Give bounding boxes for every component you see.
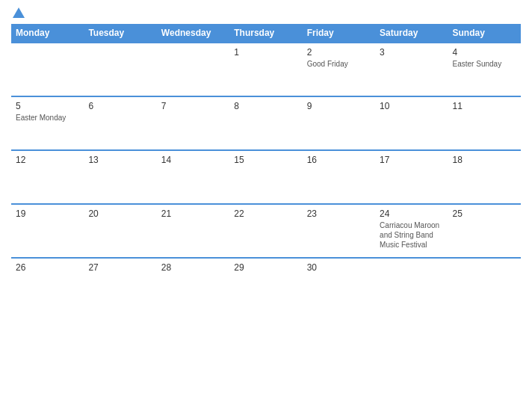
day-number: 13: [88, 155, 152, 165]
day-number: 27: [88, 262, 152, 273]
calendar-cell: 18: [448, 150, 521, 204]
calendar-cell: 9: [303, 96, 375, 150]
calendar-cell: 26: [11, 258, 84, 312]
day-number: 28: [161, 262, 225, 273]
calendar-cell: 29: [229, 258, 302, 312]
day-number: 2: [307, 47, 371, 58]
weekday-header-monday: Monday: [11, 24, 84, 43]
calendar-cell: 17: [375, 150, 448, 204]
weekday-header-sunday: Sunday: [448, 24, 521, 43]
event-label: Easter Monday: [16, 113, 79, 123]
day-number: 6: [88, 101, 152, 111]
calendar-cell: [84, 43, 156, 96]
calendar-cell: 19: [11, 204, 84, 258]
calendar-cell: 4Easter Sunday: [448, 43, 521, 96]
day-number: 1: [234, 47, 297, 58]
calendar-cell: 22: [229, 204, 302, 258]
calendar-cell: 25: [448, 204, 521, 258]
day-number: 30: [307, 262, 371, 273]
day-number: 26: [16, 262, 79, 273]
calendar-cell: 6: [84, 96, 156, 150]
calendar-cell: [11, 43, 84, 96]
calendar-cell: 12: [11, 150, 84, 204]
calendar-cell: 27: [84, 258, 156, 312]
calendar-cell: 21: [157, 204, 229, 258]
calendar-cell: 2Good Friday: [303, 43, 375, 96]
day-number: 10: [380, 101, 443, 111]
page-header: [11, 7, 521, 18]
weekday-header-wednesday: Wednesday: [157, 24, 229, 43]
day-number: 18: [453, 155, 516, 165]
calendar-cell: 10: [375, 96, 448, 150]
calendar-table: MondayTuesdayWednesdayThursdayFridaySatu…: [11, 24, 521, 312]
weekday-header-row: MondayTuesdayWednesdayThursdayFridaySatu…: [11, 24, 521, 43]
calendar-body: 12Good Friday34Easter Sunday5Easter Mond…: [11, 43, 521, 312]
day-number: 15: [234, 155, 297, 165]
calendar-cell: 11: [448, 96, 521, 150]
day-number: 23: [307, 208, 371, 219]
calendar-week-row: 5Easter Monday67891011: [11, 96, 521, 150]
weekday-header-friday: Friday: [303, 24, 375, 43]
calendar-cell: 24Carriacou Maroon and String Band Music…: [375, 204, 448, 258]
calendar-cell: 30: [303, 258, 375, 312]
logo-triangle-icon: [13, 7, 25, 18]
calendar-cell: [448, 258, 521, 312]
day-number: 5: [16, 101, 79, 111]
event-label: Easter Sunday: [453, 59, 516, 69]
calendar-cell: [375, 258, 448, 312]
calendar-cell: 23: [303, 204, 375, 258]
calendar-cell: 16: [303, 150, 375, 204]
calendar-cell: 14: [157, 150, 229, 204]
calendar-week-row: 12131415161718: [11, 150, 521, 204]
calendar-cell: 13: [84, 150, 156, 204]
day-number: 9: [307, 101, 371, 111]
day-number: 11: [453, 101, 516, 111]
day-number: 4: [453, 47, 516, 58]
calendar-cell: 8: [229, 96, 302, 150]
day-number: 3: [380, 47, 443, 58]
calendar-week-row: 2627282930: [11, 258, 521, 312]
calendar-page: MondayTuesdayWednesdayThursdayFridaySatu…: [0, 0, 532, 411]
day-number: 20: [88, 208, 152, 219]
calendar-week-row: 192021222324Carriacou Maroon and String …: [11, 204, 521, 258]
weekday-header-saturday: Saturday: [375, 24, 448, 43]
day-number: 17: [380, 155, 443, 165]
day-number: 25: [453, 208, 516, 219]
day-number: 16: [307, 155, 371, 165]
day-number: 12: [16, 155, 79, 165]
calendar-cell: 5Easter Monday: [11, 96, 84, 150]
day-number: 29: [234, 262, 297, 273]
calendar-cell: 1: [229, 43, 302, 96]
calendar-cell: 3: [375, 43, 448, 96]
day-number: 19: [16, 208, 79, 219]
day-number: 21: [161, 208, 225, 219]
weekday-header-thursday: Thursday: [229, 24, 302, 43]
calendar-cell: 20: [84, 204, 156, 258]
calendar-cell: 7: [157, 96, 229, 150]
calendar-cell: 15: [229, 150, 302, 204]
calendar-cell: 28: [157, 258, 229, 312]
event-label: Carriacou Maroon and String Band Music F…: [380, 220, 443, 250]
logo: [11, 7, 26, 18]
day-number: 14: [161, 155, 225, 165]
day-number: 7: [161, 101, 225, 111]
weekday-header-tuesday: Tuesday: [84, 24, 156, 43]
day-number: 8: [234, 101, 297, 111]
calendar-week-row: 12Good Friday34Easter Sunday: [11, 43, 521, 96]
day-number: 22: [234, 208, 297, 219]
calendar-cell: [157, 43, 229, 96]
calendar-header: MondayTuesdayWednesdayThursdayFridaySatu…: [11, 24, 521, 43]
day-number: 24: [380, 208, 443, 219]
event-label: Good Friday: [307, 59, 371, 69]
